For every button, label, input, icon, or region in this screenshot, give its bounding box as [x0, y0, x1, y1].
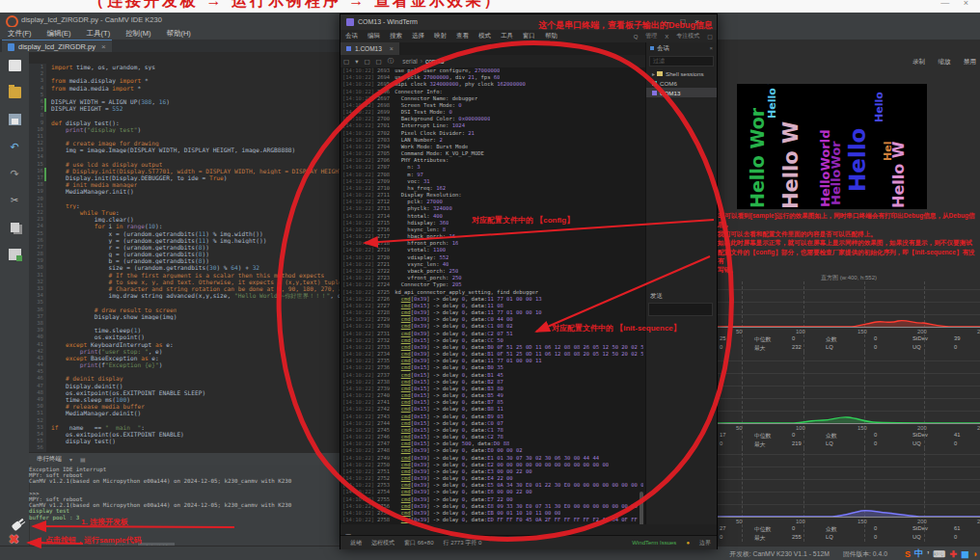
timestamp: [14:10:22]: [342, 379, 374, 386]
send-panel-title: 发送: [650, 292, 663, 301]
grid-icon[interactable]: ▦: [961, 549, 969, 559]
line-number: 29: [29, 257, 46, 264]
windterm-issues-link[interactable]: WindTerm Issues: [632, 540, 676, 546]
send-input[interactable]: [648, 303, 713, 316]
layout-icon[interactable]: ▢: [703, 33, 717, 40]
serial-terminal-output[interactable]: Exception IDE interruptMPY: soft rebootC…: [29, 467, 340, 540]
terminal-text: cmd[0x39] -> delay 0, data:E4 22 00: [390, 475, 513, 482]
menu-select[interactable]: 选择: [407, 32, 429, 40]
zoom-button[interactable]: 缩放: [939, 58, 951, 65]
record-button[interactable]: 录制: [912, 58, 925, 65]
menu-tools[interactable]: 工具: [496, 32, 518, 40]
focus-mode-button[interactable]: 专注模式: [672, 32, 703, 40]
menu-window[interactable]: 窗口: [518, 32, 540, 40]
timestamp: [14:10:22]: [342, 102, 374, 109]
line-number: 24: [29, 223, 46, 229]
line-number: 4: [29, 85, 46, 92]
ide-menu-item[interactable]: 工具(T): [79, 29, 119, 39]
tree-shell-sessions[interactable]: ▸ Shell sessions: [646, 68, 717, 78]
pane-icon[interactable]: ▢: [373, 58, 385, 66]
ide-menu-item[interactable]: 帮助(H): [158, 29, 198, 39]
menu-edit[interactable]: 编辑: [363, 32, 385, 40]
pane-icon[interactable]: ▢: [361, 58, 372, 66]
toolbox-icon[interactable]: ✚: [950, 549, 958, 559]
expand-icon[interactable]: ▸: [652, 70, 655, 77]
timestamp: [14:10:22]: [342, 89, 374, 95]
windterm-window-controls[interactable]: —□×: [663, 17, 709, 26]
save-icon[interactable]: [9, 114, 21, 125]
terminal-line-number: 2754: [374, 489, 390, 495]
terminal-line: [14:10:22] 2698 Screen Test Mode: 0: [342, 102, 643, 109]
code-line: 21 try:: [29, 202, 340, 209]
tree-item-com6[interactable]: COM6: [646, 78, 717, 88]
undo-icon[interactable]: ↶: [0, 141, 29, 152]
chinese-mode-icon[interactable]: 中: [914, 547, 923, 560]
terminal-line-number: 2717: [374, 233, 390, 240]
dropdown-icon[interactable]: ▾: [352, 58, 361, 66]
close-icon[interactable]: ×: [709, 45, 713, 51]
code-line: 30 size = (urandom.getrandbits(30) % 64)…: [29, 264, 340, 271]
timestamp: [14:10:22]: [342, 303, 374, 309]
timestamp: [14:10:22]: [342, 496, 374, 503]
timestamp: [14:10:22]: [342, 275, 374, 281]
run-stop-icon[interactable]: ✖: [9, 532, 19, 547]
line-number: 35: [29, 299, 46, 306]
menu-mode[interactable]: 模式: [474, 32, 496, 40]
code-text: def display_test():: [46, 120, 120, 126]
terminal-line: [14:10:22] 2752 cmd[0x39] -> delay 0, da…: [342, 475, 643, 482]
windterm-icon-row: ▣: [340, 524, 717, 535]
ide-file-tab[interactable]: display_lcd_ZIRGDR.py ×: [2, 40, 112, 53]
search-icon[interactable]: Q: [630, 34, 642, 40]
ide-menu-item[interactable]: 文件(F): [0, 29, 40, 39]
code-line: 44 print(f"Exception {e}"): [29, 361, 340, 368]
open-folder-icon[interactable]: [9, 87, 21, 98]
histogram-stats-row: 25中位数 0众数 0StDev 39: [717, 335, 980, 343]
code-line: 33 # Character and string rotation can b…: [29, 285, 340, 292]
code-editor[interactable]: 1 import time, os, urandom, sys 2 3 from…: [29, 64, 340, 453]
menu-map[interactable]: 映射: [429, 32, 451, 40]
code-line: 5: [29, 92, 340, 98]
disable-button[interactable]: 禁用: [964, 58, 976, 65]
code-line: 42 print("user stop: ", e): [29, 348, 340, 355]
clipped-window-controls[interactable]: — ×: [940, 0, 974, 8]
code-text: os.exitpoint(): [46, 333, 145, 340]
punctuation-icon[interactable]: ’: [927, 549, 930, 559]
tree-item-com13[interactable]: COM13: [646, 88, 717, 97]
terminal-text: cmd[0x15] -> delay 0, data:B7 85: [390, 399, 504, 406]
paste-icon[interactable]: [9, 249, 21, 260]
session-filter-input[interactable]: 过滤: [649, 56, 714, 67]
manage-button[interactable]: 管理: [641, 32, 661, 40]
sogou-icon[interactable]: S: [905, 549, 911, 559]
code-line: 39 time.sleep(1): [29, 327, 340, 333]
tab-close-icon[interactable]: ×: [390, 45, 394, 52]
redo-icon[interactable]: ↷: [0, 168, 29, 179]
keyboard-icon[interactable]: ⌨: [934, 549, 946, 559]
menu-help[interactable]: 帮助: [540, 32, 562, 40]
new-file-icon[interactable]: [9, 60, 21, 71]
partial-icon[interactable]: ◗: [973, 549, 978, 559]
menu-view[interactable]: 查看: [451, 32, 474, 40]
preview-text: HelloWor: [829, 141, 843, 205]
cut-icon[interactable]: ✂: [0, 195, 29, 206]
pane-icon[interactable]: ▢: [340, 58, 352, 66]
terminal-text: cmd[0x15] -> delay 0, data:B5 49: [390, 392, 504, 399]
menu-search[interactable]: 搜索: [385, 32, 407, 40]
ide-menu-item[interactable]: 编辑(E): [40, 29, 79, 39]
terminal-line-number: 2726: [374, 296, 390, 303]
line-number: 5: [29, 92, 46, 98]
pin-icon[interactable]: ▾: [69, 456, 72, 463]
windterm-output[interactable]: [14:10:22] 2693 use pclk user configure,…: [342, 67, 643, 524]
histogram-axis: [717, 327, 980, 328]
timestamp: [14:10:22]: [342, 192, 374, 199]
code-text: # create image for drawing: [46, 140, 159, 147]
copy-icon[interactable]: [11, 223, 19, 232]
x-icon[interactable]: X: [661, 34, 672, 40]
menu-session[interactable]: 会话: [340, 32, 363, 40]
terminal-text: use pclk 27000000, div 21, fps 60: [390, 74, 500, 81]
tab-close-icon[interactable]: ×: [101, 42, 106, 51]
terminal-line: [14:10:22] 2742 cmd[0x15] -> delay 0, da…: [342, 406, 643, 413]
save-log-icon[interactable]: ▤: [80, 456, 86, 463]
info-icon[interactable]: ⓘ: [385, 57, 397, 66]
ide-menu-item[interactable]: 控制(M): [118, 29, 158, 39]
windterm-session-tab[interactable]: 1.COM13 ×: [340, 42, 399, 55]
